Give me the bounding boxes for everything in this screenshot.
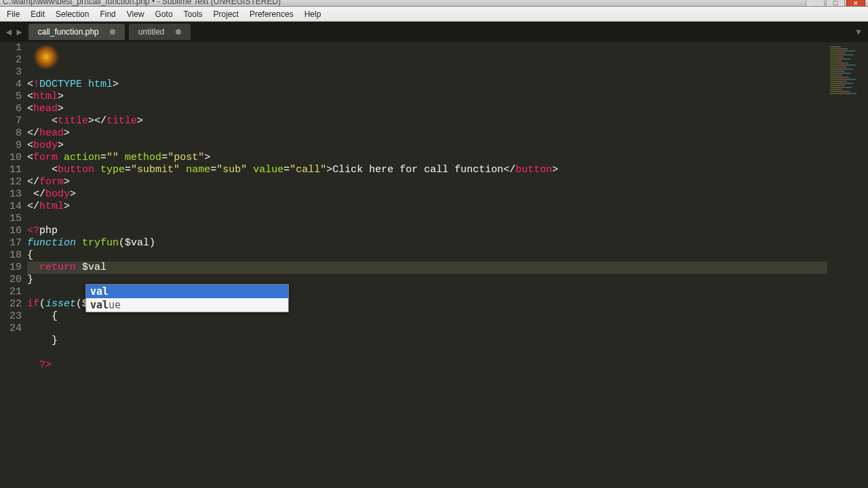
maximize-button[interactable]: ☐ bbox=[826, 0, 845, 6]
close-button[interactable]: ✕ bbox=[846, 0, 865, 6]
line-number: 12 bbox=[0, 176, 22, 188]
code-line[interactable]: </form> bbox=[27, 176, 868, 188]
line-number: 17 bbox=[0, 237, 22, 249]
line-number: 5 bbox=[0, 91, 22, 103]
tab-dirty-indicator-icon bbox=[176, 29, 181, 35]
code-line[interactable]: <title></title> bbox=[27, 115, 868, 127]
line-number: 14 bbox=[0, 201, 22, 213]
code-line[interactable]: <button type="submit" name="sub" value="… bbox=[27, 164, 868, 176]
line-number-gutter: 123456789101112131415161718192021222324 bbox=[0, 42, 27, 488]
code-line[interactable]: function tryfun($val) bbox=[27, 237, 868, 249]
line-number: 3 bbox=[0, 66, 22, 79]
line-number: 16 bbox=[0, 225, 22, 237]
line-number: 13 bbox=[0, 188, 22, 201]
tab-overflow-icon[interactable]: ▼ bbox=[854, 27, 863, 37]
code-line[interactable]: </html> bbox=[27, 201, 868, 213]
minimap[interactable] bbox=[827, 42, 868, 488]
line-number: 22 bbox=[0, 298, 22, 310]
menu-selection[interactable]: Selection bbox=[50, 7, 94, 21]
window-titlebar: C:\wamp\www\best_prt\call_function.php •… bbox=[0, 0, 868, 7]
code-line[interactable]: </head> bbox=[27, 127, 868, 140]
window-controls: ▁ ☐ ✕ bbox=[806, 0, 865, 6]
menu-find[interactable]: Find bbox=[94, 7, 121, 21]
window-title: C:\wamp\www\best_prt\call_function.php •… bbox=[3, 0, 281, 6]
line-number: 4 bbox=[0, 79, 22, 91]
menu-bar: File Edit Selection Find View Goto Tools… bbox=[0, 7, 868, 22]
menu-tools[interactable]: Tools bbox=[178, 7, 208, 21]
code-line[interactable]: <html> bbox=[27, 91, 868, 103]
cursor-highlight-glow bbox=[33, 45, 60, 69]
code-line[interactable]: <form action="" method="post"> bbox=[27, 152, 868, 164]
menu-file[interactable]: File bbox=[1, 7, 25, 21]
line-number: 8 bbox=[0, 127, 22, 140]
code-line[interactable]: } bbox=[27, 335, 868, 347]
code-line[interactable]: ?> bbox=[27, 359, 868, 371]
menu-project[interactable]: Project bbox=[208, 7, 244, 21]
autocomplete-popup[interactable]: valvalue bbox=[85, 284, 289, 312]
code-line[interactable]: <head> bbox=[27, 103, 868, 115]
tab-dirty-indicator-icon bbox=[110, 29, 115, 35]
minimize-button[interactable]: ▁ bbox=[806, 0, 825, 6]
line-number: 20 bbox=[0, 274, 22, 286]
line-number: 21 bbox=[0, 286, 22, 298]
tab-nav-back-icon[interactable]: ◄ bbox=[4, 26, 14, 37]
tab-nav-forward-icon[interactable]: ► bbox=[15, 26, 24, 37]
menu-help[interactable]: Help bbox=[299, 7, 327, 21]
menu-edit[interactable]: Edit bbox=[25, 7, 50, 21]
line-number: 2 bbox=[0, 54, 22, 66]
code-line[interactable] bbox=[27, 347, 868, 359]
menu-view[interactable]: View bbox=[121, 7, 150, 21]
code-line[interactable]: <?php bbox=[27, 225, 868, 237]
autocomplete-item[interactable]: value bbox=[86, 298, 288, 312]
tab-untitled[interactable]: untitled bbox=[129, 24, 191, 40]
line-number: 9 bbox=[0, 140, 22, 152]
menu-preferences[interactable]: Preferences bbox=[244, 7, 299, 21]
line-number: 10 bbox=[0, 152, 22, 164]
line-number: 1 bbox=[0, 42, 22, 54]
line-number: 23 bbox=[0, 310, 22, 323]
menu-goto[interactable]: Goto bbox=[150, 7, 178, 21]
editor-area[interactable]: 123456789101112131415161718192021222324 … bbox=[0, 42, 868, 488]
tab-nav-arrows: ◄ ► bbox=[0, 26, 28, 37]
tab-label: call_function.php bbox=[38, 27, 99, 37]
autocomplete-item[interactable]: val bbox=[86, 285, 288, 298]
line-number: 6 bbox=[0, 103, 22, 115]
line-number: 19 bbox=[0, 262, 22, 274]
tab-label: untitled bbox=[138, 27, 165, 37]
tab-bar: ◄ ► call_function.phpuntitled ▼ bbox=[0, 22, 868, 42]
code-line[interactable]: <!DOCTYPE html> bbox=[27, 79, 868, 91]
tab-call-function-php[interactable]: call_function.php bbox=[28, 24, 125, 40]
code-content[interactable]: <!DOCTYPE html><html><head> <title></tit… bbox=[27, 42, 868, 488]
code-line[interactable] bbox=[27, 323, 868, 335]
code-line[interactable]: { bbox=[27, 249, 868, 262]
code-line[interactable]: </body> bbox=[27, 188, 868, 201]
line-number: 18 bbox=[0, 249, 22, 262]
code-line[interactable]: <body> bbox=[27, 140, 868, 152]
line-number: 7 bbox=[0, 115, 22, 127]
line-number: 24 bbox=[0, 323, 22, 335]
line-number: 15 bbox=[0, 213, 22, 225]
code-line[interactable] bbox=[27, 213, 868, 225]
line-number: 11 bbox=[0, 164, 22, 176]
code-line[interactable]: return $val bbox=[27, 262, 868, 274]
